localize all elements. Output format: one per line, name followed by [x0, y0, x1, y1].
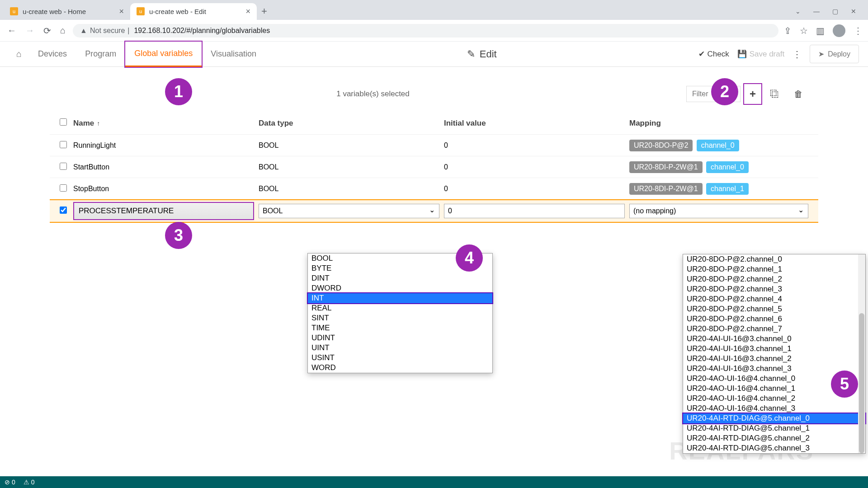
mapping-option[interactable]: UR20-8DO-P@2.channel_7	[683, 324, 865, 334]
row-checkbox[interactable]	[60, 141, 67, 148]
browser-tab[interactable]: u u-create web - Home ×	[4, 3, 130, 20]
mapping-option[interactable]: UR20-4AO-UI-16@4.channel_3	[683, 404, 865, 413]
cell-init: 0	[444, 185, 629, 193]
error-count[interactable]: ⊘ 0	[5, 479, 15, 486]
mapping-option[interactable]: UR20-8DO-P@2.channel_3	[683, 284, 865, 294]
favicon-icon: u	[137, 7, 145, 15]
selection-count: 1 variable(s) selected	[60, 89, 686, 99]
close-icon[interactable]: ×	[119, 7, 124, 16]
row-checkbox[interactable]	[60, 163, 67, 170]
mapping-option[interactable]: UR20-4AI-UI-16@3.channel_0	[683, 334, 865, 344]
type-option[interactable]: UINT	[308, 343, 492, 353]
duplicate-button[interactable]: ⿻	[765, 85, 785, 103]
close-icon[interactable]: ✕	[851, 8, 856, 15]
forward-icon[interactable]: →	[24, 23, 36, 38]
type-option[interactable]: INT	[308, 293, 492, 303]
back-icon[interactable]: ←	[5, 23, 18, 38]
app-navbar: ⌂ Devices Program Global variables Visua…	[0, 42, 868, 67]
data-type-dropdown: BOOLBYTEDINTDWORDINTREALSINTTIMEUDINTUIN…	[307, 253, 493, 373]
header-mapping[interactable]: Mapping	[629, 119, 808, 128]
mapping-option[interactable]: UR20-8DO-P@2.channel_4	[683, 294, 865, 304]
app-home-icon[interactable]: ⌂	[9, 49, 29, 59]
type-option[interactable]: SINT	[308, 313, 492, 323]
share-icon[interactable]: ⇪	[784, 25, 792, 36]
type-option[interactable]: DINT	[308, 273, 492, 283]
sidepanel-icon[interactable]: ▥	[816, 25, 825, 36]
nav-visualisation[interactable]: Visualisation	[202, 42, 265, 66]
mapping-option[interactable]: UR20-4AI-RTD-DIAG@5.channel_2	[683, 433, 865, 443]
maximize-icon[interactable]: ▢	[832, 8, 838, 15]
new-tab-button[interactable]: +	[257, 3, 272, 20]
bookmark-icon[interactable]: ☆	[800, 25, 808, 36]
check-button[interactable]: ✔ Check	[698, 49, 729, 59]
annotation-badge-2: 2	[711, 78, 738, 105]
reload-icon[interactable]: ⟳	[42, 23, 53, 38]
tab-title: u-create web - Home	[23, 8, 114, 15]
chevron-down-icon[interactable]: ⌄	[795, 8, 801, 15]
nav-program[interactable]: Program	[76, 42, 125, 66]
cell-name: RunningLight	[73, 141, 259, 150]
table-header: Name ↑ Data type Initial value Mapping	[50, 112, 818, 134]
mapping-option[interactable]: UR20-4AI-RTD-DIAG@5.channel_3	[683, 443, 865, 453]
mapping-option[interactable]: UR20-8DO-P@2.channel_2	[683, 274, 865, 284]
mapping-device-badge: UR20-8DI-P-2W@1	[629, 183, 703, 195]
header-type[interactable]: Data type	[259, 119, 444, 128]
type-option[interactable]: TIME	[308, 323, 492, 333]
row-checkbox[interactable]	[60, 184, 67, 192]
select-all-checkbox[interactable]	[60, 118, 67, 126]
cell-mapping: UR20-8DO-P@2 channel_0	[629, 140, 808, 151]
mapping-device-badge: UR20-8DO-P@2	[629, 140, 693, 151]
scrollbar-thumb[interactable]	[859, 313, 864, 453]
minimize-icon[interactable]: —	[813, 8, 820, 15]
table-row[interactable]: StopButton BOOL 0 UR20-8DI-P-2W@1 channe…	[50, 178, 818, 199]
add-variable-button[interactable]: +	[744, 84, 761, 104]
mapping-option[interactable]: UR20-8DO-P@2.channel_0	[683, 254, 865, 264]
menu-icon[interactable]: ⋮	[854, 25, 863, 36]
table-row-editing[interactable]	[50, 199, 818, 223]
header-initial-value[interactable]: Initial value	[444, 119, 629, 128]
warning-count[interactable]: ⚠ 0	[24, 479, 35, 486]
header-name[interactable]: Name ↑	[73, 119, 259, 128]
url-input[interactable]: ▲ Not secure | 192.168.10.202/#/planning…	[73, 24, 778, 38]
save-draft-button[interactable]: 💾 Save draft	[737, 49, 785, 59]
type-option[interactable]: DWORD	[308, 283, 492, 293]
browser-chrome: u u-create web - Home × u u-create web -…	[0, 0, 868, 42]
mapping-select[interactable]	[629, 204, 808, 218]
more-icon[interactable]: ⋮	[793, 49, 802, 60]
initial-value-input[interactable]	[444, 204, 625, 218]
mapping-dropdown: UR20-8DO-P@2.channel_0UR20-8DO-P@2.chann…	[683, 254, 866, 454]
table-row[interactable]: StartButton BOOL 0 UR20-8DI-P-2W@1 chann…	[50, 156, 818, 178]
nav-global-variables[interactable]: Global variables	[125, 42, 202, 67]
nav-devices[interactable]: Devices	[29, 42, 76, 66]
data-type-select[interactable]	[259, 204, 439, 218]
mapping-option[interactable]: UR20-4AI-UI-16@3.channel_2	[683, 354, 865, 364]
mapping-option[interactable]: UR20-4AI-RTD-DIAG@5.channel_1	[683, 423, 865, 433]
mapping-option[interactable]: UR20-8DO-P@2.channel_1	[683, 264, 865, 274]
mapping-device-badge: UR20-8DI-P-2W@1	[629, 161, 703, 173]
page-title: ✎ Edit	[265, 48, 698, 60]
profile-avatar[interactable]	[833, 24, 845, 37]
mapping-option[interactable]: UR20-8DO-P@2.channel_6	[683, 314, 865, 324]
cell-mapping: UR20-8DI-P-2W@1 channel_0	[629, 161, 808, 173]
address-bar: ← → ⟳ ⌂ ▲ Not secure | 192.168.10.202/#/…	[0, 20, 868, 42]
mapping-option[interactable]: UR20-4AI-RTD-DIAG@5.channel_0	[683, 413, 865, 423]
table-row[interactable]: RunningLight BOOL 0 UR20-8DO-P@2 channel…	[50, 134, 818, 156]
edit-icon: ✎	[467, 48, 475, 60]
scrollbar-track[interactable]	[858, 254, 865, 453]
type-option[interactable]: UDINT	[308, 333, 492, 343]
mapping-option[interactable]: UR20-8DO-P@2.channel_5	[683, 304, 865, 314]
mapping-option[interactable]: UR20-4AI-UI-16@3.channel_1	[683, 344, 865, 354]
status-bar: ⊘ 0 ⚠ 0	[0, 476, 868, 488]
home-icon[interactable]: ⌂	[58, 23, 67, 38]
row-checkbox[interactable]	[60, 206, 67, 214]
close-icon[interactable]: ×	[245, 7, 250, 16]
browser-tab[interactable]: u u-create web - Edit ×	[130, 3, 257, 20]
type-option[interactable]: USINT	[308, 353, 492, 363]
delete-button[interactable]: 🗑	[788, 85, 808, 103]
type-option[interactable]: WORD	[308, 363, 492, 373]
deploy-button[interactable]: ➤ Deploy	[810, 45, 859, 63]
annotation-badge-5: 5	[831, 371, 858, 398]
type-option[interactable]: REAL	[308, 303, 492, 313]
annotation-badge-4: 4	[456, 244, 483, 272]
variable-name-input[interactable]	[73, 202, 254, 220]
